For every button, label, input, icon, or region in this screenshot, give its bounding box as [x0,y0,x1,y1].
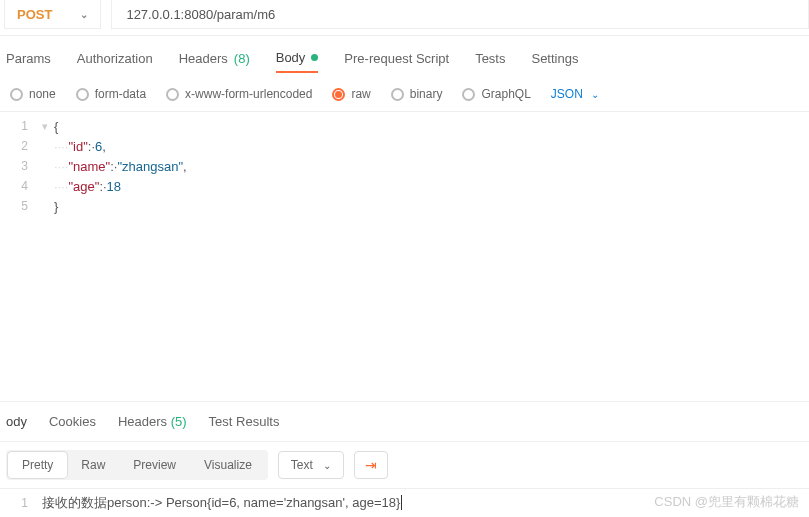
chevron-down-icon: ⌄ [80,9,88,20]
url-input[interactable]: 127.0.0.1:8080/param/m6 [111,0,809,29]
radio-graphql[interactable]: GraphQL [462,87,530,101]
line-number: 3 [0,159,42,173]
tab-authorization[interactable]: Authorization [77,51,153,72]
response-tab-body[interactable]: ody [6,414,27,433]
radio-xwww[interactable]: x-www-form-urlencoded [166,87,312,101]
radio-icon [166,88,179,101]
tab-params[interactable]: Params [6,51,51,72]
radio-raw[interactable]: raw [332,87,370,101]
body-type-row: none form-data x-www-form-urlencoded raw… [0,73,809,111]
radio-binary[interactable]: binary [391,87,443,101]
wrap-lines-button[interactable]: ⇥ [354,451,388,479]
radio-icon [10,88,23,101]
url-value: 127.0.0.1:8080/param/m6 [126,7,275,22]
chevron-down-icon: ⌄ [323,460,331,471]
tab-headers[interactable]: Headers (8) [179,51,250,72]
content-type-select[interactable]: JSON⌄ [551,87,599,101]
response-tab-headers[interactable]: Headers (5) [118,414,187,433]
wrap-icon: ⇥ [365,457,377,473]
watermark: CSDN @兜里有颗棉花糖 [654,493,799,511]
radio-none[interactable]: none [10,87,56,101]
tab-settings[interactable]: Settings [531,51,578,72]
response-type-select[interactable]: Text ⌄ [278,451,344,479]
tab-prerequest[interactable]: Pre-request Script [344,51,449,72]
view-pretty[interactable]: Pretty [8,452,67,478]
view-raw[interactable]: Raw [67,452,119,478]
method-select[interactable]: POST ⌄ [4,0,101,29]
radio-icon [76,88,89,101]
response-view-row: Pretty Raw Preview Visualize Text ⌄ ⇥ [0,441,809,488]
view-mode-segment: Pretty Raw Preview Visualize [6,450,268,480]
response-tabs: ody Cookies Headers (5) Test Results [0,401,809,441]
tab-body[interactable]: Body [276,50,319,73]
line-number: 5 [0,199,42,213]
radio-icon [462,88,475,101]
method-label: POST [17,7,52,22]
view-visualize[interactable]: Visualize [190,452,266,478]
chevron-down-icon: ⌄ [591,89,599,100]
view-preview[interactable]: Preview [119,452,190,478]
line-number: 1 [0,496,42,510]
request-body-editor[interactable]: 1 ▾ { 2 ····"id":·6, 3 ····"name":·"zhan… [0,111,809,220]
radio-icon [332,88,345,101]
line-number: 1 [0,119,42,133]
tab-tests[interactable]: Tests [475,51,505,72]
line-number: 2 [0,139,42,153]
fold-icon[interactable]: ▾ [42,120,54,133]
request-tabs: Params Authorization Headers (8) Body Pr… [0,36,809,73]
modified-dot-icon [311,54,318,61]
response-tab-testresults[interactable]: Test Results [209,414,280,433]
line-number: 4 [0,179,42,193]
radio-formdata[interactable]: form-data [76,87,146,101]
response-tab-cookies[interactable]: Cookies [49,414,96,433]
radio-icon [391,88,404,101]
